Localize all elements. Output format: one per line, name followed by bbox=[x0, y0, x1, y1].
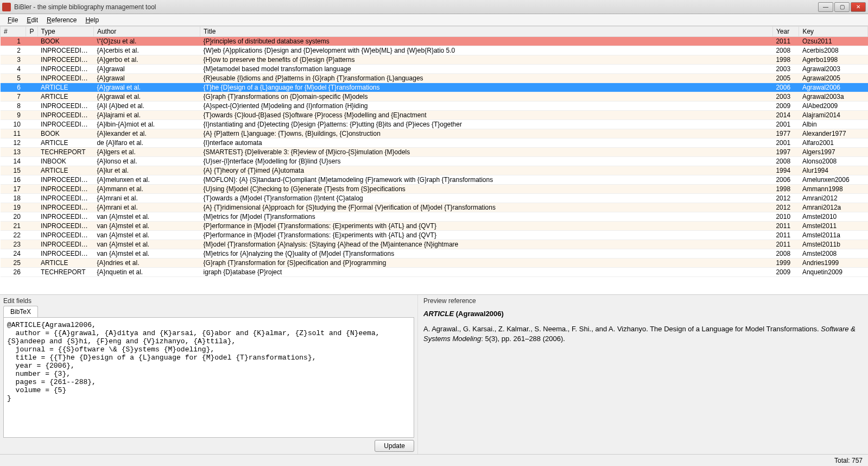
cell-title: {I}nstantiating and {D}etecting {D}esign… bbox=[200, 120, 773, 129]
table-row[interactable]: 26TECHREPORT{A}nquetin et al.igraph {D}a… bbox=[1, 268, 868, 277]
table-row[interactable]: 21INPROCEEDIN...van {A}mstel et al.{P}er… bbox=[1, 222, 868, 231]
table-row[interactable]: 15ARTICLE{A}lur et al.{A} {T}heory of {T… bbox=[1, 166, 868, 175]
table-row[interactable]: 7ARTICLE{A}grawal et al.{G}raph {T}ransf… bbox=[1, 92, 868, 102]
cell-p bbox=[26, 120, 37, 129]
cell-num: 5 bbox=[1, 74, 26, 83]
column-header-num[interactable]: # bbox=[1, 27, 26, 37]
cell-type: INPROCEEDIN... bbox=[37, 194, 93, 203]
close-button[interactable]: ✕ bbox=[851, 2, 866, 12]
table-row[interactable]: 9INPROCEEDIN...{A}lajrami et al.{T}oward… bbox=[1, 111, 868, 120]
cell-author: {A}grawal bbox=[93, 74, 200, 83]
table-row[interactable]: 8INPROCEEDIN...{A}l {A}bed et al.{A}spec… bbox=[1, 102, 868, 111]
cell-p bbox=[26, 37, 37, 46]
cell-title: {P}erformance in {M}odel {T}ransformatio… bbox=[200, 231, 773, 240]
table-row[interactable]: 17INPROCEEDIN...{A}mmann et al.{U}sing {… bbox=[1, 185, 868, 194]
table-row[interactable]: 12ARTICLEde {A}lfaro et al.{I}nterface a… bbox=[1, 138, 868, 148]
cell-type: INPROCEEDIN... bbox=[37, 240, 93, 249]
cell-title: {A}spect-{O}riented {M}odeling and {I}nf… bbox=[200, 102, 773, 111]
cell-num: 18 bbox=[1, 194, 26, 203]
cell-year: 2011 bbox=[772, 231, 799, 240]
cell-num: 17 bbox=[1, 185, 26, 194]
table-row[interactable]: 25ARTICLE{A}ndries et al.{G}raph {T}rans… bbox=[1, 259, 868, 268]
cell-year: 2011 bbox=[772, 37, 799, 46]
cell-type: INPROCEEDIN... bbox=[37, 46, 93, 55]
cell-author: {A}nquetin et al. bbox=[93, 268, 200, 277]
cell-author: \"{O}zsu et al. bbox=[93, 37, 200, 46]
reference-table-scroll[interactable]: # P Type Author Title Year Key 1BOOK\"{O… bbox=[0, 26, 868, 294]
table-row[interactable]: 20INPROCEEDIN...van {A}mstel et al.{M}et… bbox=[1, 212, 868, 222]
cell-year: 1998 bbox=[772, 55, 799, 65]
cell-title: {M}etamodel based model transformation l… bbox=[200, 65, 773, 74]
menu-reference[interactable]: Reference bbox=[42, 15, 81, 25]
table-row[interactable]: 3INPROCEEDIN...{A}gerbo et al.{H}ow to p… bbox=[1, 55, 868, 65]
cell-num: 19 bbox=[1, 203, 26, 212]
cell-author: {A}lexander et al. bbox=[93, 129, 200, 138]
cell-author: {A}lonso et al. bbox=[93, 157, 200, 166]
column-header-title[interactable]: Title bbox=[200, 27, 773, 37]
cell-year: 1999 bbox=[772, 259, 799, 268]
cell-title: {A} {P}attern {L}anguage: {T}owns, {B}ui… bbox=[200, 129, 773, 138]
cell-key: Algers1997 bbox=[799, 148, 868, 157]
menu-edit[interactable]: Edit bbox=[22, 15, 42, 25]
column-header-type[interactable]: Type bbox=[37, 27, 93, 37]
table-row[interactable]: 14INBOOK{A}lonso et al.{U}ser-{I}nterfac… bbox=[1, 157, 868, 166]
table-row[interactable]: 18INPROCEEDIN...{A}mrani et al.{T}owards… bbox=[1, 194, 868, 203]
cell-year: 2011 bbox=[772, 222, 799, 231]
minimize-button[interactable]: — bbox=[818, 2, 833, 12]
cell-num: 24 bbox=[1, 249, 26, 259]
cell-type: INPROCEEDIN... bbox=[37, 120, 93, 129]
cell-title: {T}owards {C}loud-{B}ased {S}oftware {P}… bbox=[200, 111, 773, 120]
cell-p bbox=[26, 231, 37, 240]
cell-key: Amelunxen2006 bbox=[799, 175, 868, 185]
cell-key: Agrawal2003 bbox=[799, 65, 868, 74]
table-row[interactable]: 10INPROCEEDIN...{A}lbin-{A}miot et al.{I… bbox=[1, 120, 868, 129]
cell-title: {A} {T}heory of {T}imed {A}utomata bbox=[200, 166, 773, 175]
table-row[interactable]: 22INPROCEEDIN...van {A}mstel et al.{P}er… bbox=[1, 231, 868, 240]
table-row[interactable]: 11BOOK{A}lexander et al.{A} {P}attern {L… bbox=[1, 129, 868, 138]
menu-help[interactable]: Help bbox=[81, 15, 103, 25]
cell-title: {U}ser-{I}nterface {M}odelling for {B}li… bbox=[200, 157, 773, 166]
table-row[interactable]: 6ARTICLE{A}grawal et al.{T}he {D}esign o… bbox=[1, 83, 868, 92]
table-row[interactable]: 1BOOK\"{O}zsu et al.{P}rinciples of dist… bbox=[1, 37, 868, 46]
cell-title: {U}sing {M}odel {C}hecking to {G}enerate… bbox=[200, 185, 773, 194]
cell-type: INPROCEEDIN... bbox=[37, 65, 93, 74]
cell-key: Albin bbox=[799, 120, 868, 129]
table-row[interactable]: 19INPROCEEDIN...{A}mrani et al.{A} {T}ri… bbox=[1, 203, 868, 212]
cell-p bbox=[26, 157, 37, 166]
table-row[interactable]: 16INPROCEEDIN...{A}melunxen et al.{MOFLO… bbox=[1, 175, 868, 185]
cell-title: {M}etrics for {A}nalyzing the {Q}uality … bbox=[200, 249, 773, 259]
cell-year: 2008 bbox=[772, 46, 799, 55]
maximize-button[interactable]: ▢ bbox=[834, 2, 850, 12]
table-row[interactable]: 24INPROCEEDIN...van {A}mstel et al.{M}et… bbox=[1, 249, 868, 259]
cell-p bbox=[26, 240, 37, 249]
cell-title: {A} {T}ridimensional {A}pproach for {S}t… bbox=[200, 203, 773, 212]
column-header-p[interactable]: P bbox=[26, 27, 37, 37]
edit-pane: Edit fields BibTeX Update bbox=[0, 295, 418, 454]
preview-tail: : 5(3), pp. 261–288 (2006). bbox=[481, 335, 565, 343]
column-header-key[interactable]: Key bbox=[799, 27, 868, 37]
cell-key: Alur1994 bbox=[799, 166, 868, 175]
menu-file[interactable]: File bbox=[3, 15, 22, 25]
cell-year: 2012 bbox=[772, 203, 799, 212]
cell-num: 13 bbox=[1, 148, 26, 157]
cell-year: 1977 bbox=[772, 129, 799, 138]
column-header-year[interactable]: Year bbox=[772, 27, 799, 37]
cell-key: Amrani2012a bbox=[799, 203, 868, 212]
cell-year: 2011 bbox=[772, 240, 799, 249]
column-header-author[interactable]: Author bbox=[93, 27, 200, 37]
cell-type: INPROCEEDIN... bbox=[37, 111, 93, 120]
tab-bibtex[interactable]: BibTeX bbox=[3, 306, 38, 317]
table-row[interactable]: 5INPROCEEDIN...{A}grawal{R}eusable {I}di… bbox=[1, 74, 868, 83]
table-row[interactable]: 13TECHREPORT{A}lgers et al.{SMARTEST} {D… bbox=[1, 148, 868, 157]
table-row[interactable]: 2INPROCEEDIN...{A}cerbis et al.{W}eb {A}… bbox=[1, 46, 868, 55]
cell-author: {A}l {A}bed et al. bbox=[93, 102, 200, 111]
table-row[interactable]: 4INPROCEEDIN...{A}grawal{M}etamodel base… bbox=[1, 65, 868, 74]
cell-num: 16 bbox=[1, 175, 26, 185]
cell-author: {A}melunxen et al. bbox=[93, 175, 200, 185]
update-button[interactable]: Update bbox=[375, 440, 414, 452]
cell-year: 2001 bbox=[772, 120, 799, 129]
cell-p bbox=[26, 222, 37, 231]
bibtex-textarea[interactable] bbox=[3, 317, 414, 438]
cell-num: 7 bbox=[1, 92, 26, 102]
table-row[interactable]: 23INPROCEEDIN...van {A}mstel et al.{M}od… bbox=[1, 240, 868, 249]
